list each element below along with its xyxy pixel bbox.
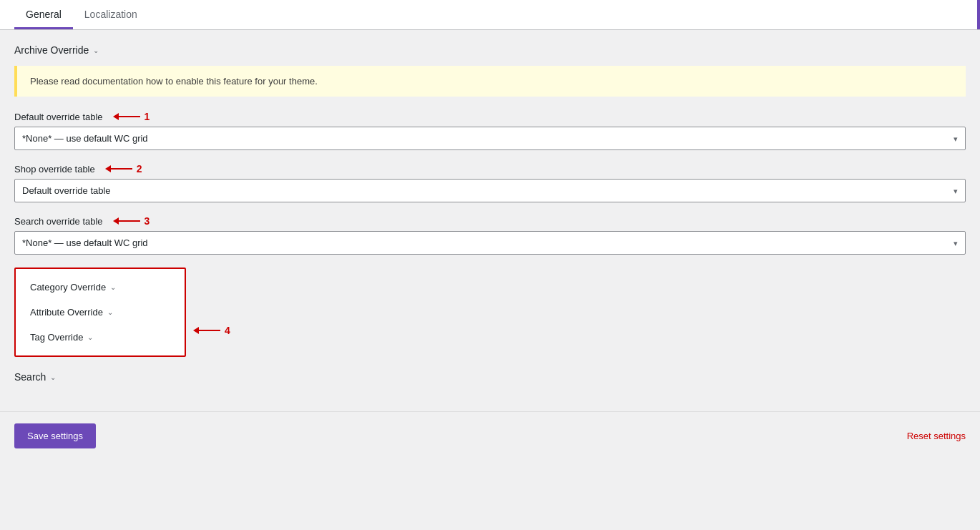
default-override-label: Default override table xyxy=(14,112,103,122)
attribute-override-label: Attribute Override xyxy=(30,307,103,318)
shop-override-select[interactable]: Default override table xyxy=(15,180,965,202)
right-border-accent xyxy=(977,0,980,29)
tab-general[interactable]: General xyxy=(14,0,73,29)
annotation-3: 3 xyxy=(113,215,150,227)
arrow-3-icon xyxy=(113,215,140,227)
search-chevron-icon: ⌄ xyxy=(50,373,56,381)
annotation-2: 2 xyxy=(105,163,142,175)
default-override-label-row: Default override table 1 xyxy=(14,111,966,122)
shop-override-label: Shop override table xyxy=(14,164,95,175)
content-area: Archive Override ⌄ Please read documenta… xyxy=(0,30,980,411)
default-override-select-wrapper: *None* — use default WC grid ▾ xyxy=(14,127,966,150)
search-override-label: Search override table xyxy=(14,216,103,227)
search-override-select-wrapper: *None* — use default WC grid ▾ xyxy=(14,231,966,255)
category-override-chevron-icon: ⌄ xyxy=(110,283,116,291)
tag-override-chevron-icon: ⌄ xyxy=(87,333,93,341)
override-box: Category Override ⌄ Attribute Override ⌄… xyxy=(14,268,186,357)
notice-box: Please read documentation how to enable … xyxy=(14,66,966,97)
archive-override-label: Archive Override xyxy=(14,44,89,56)
reset-settings-button[interactable]: Reset settings xyxy=(907,431,966,441)
save-settings-button[interactable]: Save settings xyxy=(14,423,96,448)
attribute-override-chevron-icon: ⌄ xyxy=(107,308,113,316)
annotation-number-1: 1 xyxy=(144,111,150,122)
archive-override-header[interactable]: Archive Override ⌄ xyxy=(14,44,966,56)
tag-override-label: Tag Override xyxy=(30,332,83,343)
default-override-group: Default override table 1 *None* — use de… xyxy=(14,111,966,150)
tab-localization[interactable]: Localization xyxy=(73,0,149,29)
search-override-select[interactable]: *None* — use default WC grid xyxy=(15,232,965,254)
search-override-label-row: Search override table 3 xyxy=(14,215,966,227)
page-wrapper: General Localization Archive Override ⌄ … xyxy=(0,0,980,530)
tag-override-item[interactable]: Tag Override ⌄ xyxy=(16,325,185,350)
search-label: Search xyxy=(14,371,46,383)
default-override-select[interactable]: *None* — use default WC grid xyxy=(15,127,965,149)
search-section-header[interactable]: Search ⌄ xyxy=(14,371,966,383)
notice-text: Please read documentation how to enable … xyxy=(30,76,318,87)
shop-override-label-row: Shop override table 2 xyxy=(14,163,966,175)
annotation-number-4: 4 xyxy=(225,325,230,336)
annotation-number-3: 3 xyxy=(144,215,150,227)
annotation-number-2: 2 xyxy=(137,163,142,175)
annotation-4: 4 xyxy=(193,325,230,336)
tabs-bar: General Localization xyxy=(0,0,980,30)
footer-bar: Save settings Reset settings xyxy=(0,411,980,460)
archive-override-chevron-icon: ⌄ xyxy=(93,46,99,54)
shop-override-group: Shop override table 2 Default override t… xyxy=(14,163,966,202)
category-override-item[interactable]: Category Override ⌄ xyxy=(16,275,185,300)
arrow-2-icon xyxy=(105,163,132,175)
override-box-annotation: Category Override ⌄ Attribute Override ⌄… xyxy=(14,268,966,371)
arrow-1-icon xyxy=(113,111,140,122)
search-override-group: Search override table 3 *None* — use def… xyxy=(14,215,966,255)
category-override-label: Category Override xyxy=(30,282,106,293)
shop-override-select-wrapper: Default override table ▾ xyxy=(14,179,966,202)
annotation-1: 1 xyxy=(113,111,150,122)
arrow-4-icon xyxy=(193,325,220,336)
attribute-override-item[interactable]: Attribute Override ⌄ xyxy=(16,300,185,325)
